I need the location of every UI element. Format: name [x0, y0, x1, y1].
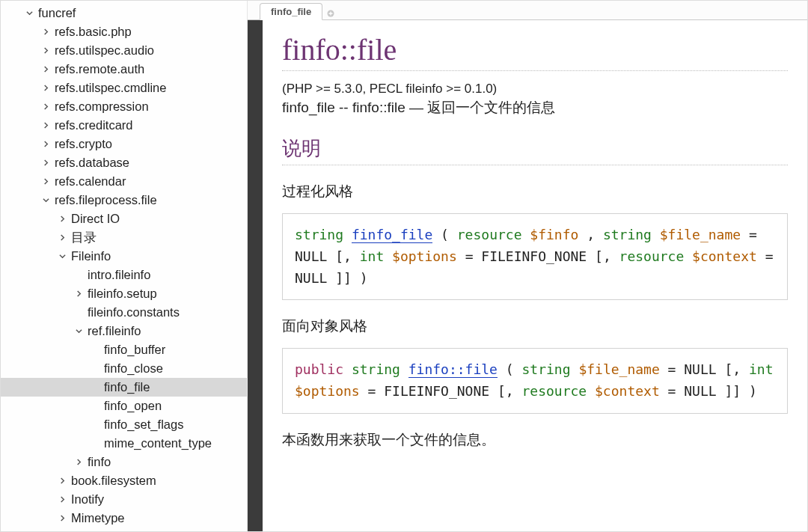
document-view[interactable]: finfo::file (PHP >= 5.3.0, PECL fileinfo…	[263, 20, 807, 531]
param-var: $finfo	[530, 227, 578, 242]
tree-item-label: funcref	[38, 6, 76, 20]
tree-item-refs-calendar[interactable]: refs.calendar	[1, 172, 247, 191]
param-var: $options	[295, 383, 360, 399]
chevron-right-icon[interactable]	[41, 140, 50, 149]
tree-item-refs-basic-php[interactable]: refs.basic.php	[1, 22, 247, 41]
nav-tree: funcrefrefs.basic.phprefs.utilspec.audio…	[1, 4, 247, 528]
chevron-right-icon[interactable]	[74, 290, 83, 299]
param-type: resource	[619, 248, 685, 264]
tree-item-ref-fileinfo[interactable]: ref.fileinfo	[1, 322, 247, 340]
tree-item-refs-crypto[interactable]: refs.crypto	[1, 135, 247, 153]
tree-item-label: refs.remote.auth	[55, 62, 144, 76]
tree-item-finfo-set-flags[interactable]: finfo_set_flags	[1, 415, 247, 434]
chevron-down-icon[interactable]	[25, 9, 34, 18]
param-default: FILEINFO_NONE	[384, 383, 489, 399]
tab-label: finfo_file	[271, 6, 311, 17]
method-name[interactable]: finfo::file	[408, 361, 498, 378]
chevron-right-icon[interactable]	[41, 103, 50, 111]
chevron-right-icon[interactable]	[58, 514, 67, 523]
tree-item-label: finfo_open	[104, 399, 162, 413]
chevron-down-icon[interactable]	[41, 196, 50, 205]
tree-item-refs-compression[interactable]: refs.compression	[1, 97, 247, 116]
procedural-signature: string finfo_file ( resource $finfo , st…	[282, 213, 788, 300]
tree-item-label: refs.fileprocess.file	[55, 193, 157, 207]
gutter-stripe	[248, 20, 263, 531]
param-type: string	[603, 227, 652, 242]
chevron-right-icon[interactable]	[58, 233, 67, 242]
chevron-right-icon[interactable]	[41, 121, 50, 130]
param-default: NULL	[684, 383, 716, 399]
param-default: NULL	[295, 270, 327, 286]
tree-item-direct-io[interactable]: Direct IO	[1, 210, 247, 228]
chevron-right-icon[interactable]	[41, 46, 50, 55]
tree-item-finfo-buffer[interactable]: finfo_buffer	[1, 340, 247, 359]
tree-item-refs-remote-auth[interactable]: refs.remote.auth	[1, 60, 247, 79]
chevron-down-icon[interactable]	[74, 327, 83, 336]
tree-item-book-filesystem[interactable]: book.filesystem	[1, 471, 247, 490]
tab-bar: finfo_file	[248, 1, 807, 20]
chevron-right-icon[interactable]	[41, 177, 50, 186]
param-type: string	[522, 361, 571, 377]
return-type: string	[352, 361, 400, 377]
chevron-down-icon[interactable]	[58, 252, 67, 261]
chevron-right-icon[interactable]	[58, 495, 67, 504]
tree-item--[interactable]: 目录	[1, 228, 247, 247]
param-var: $file_name	[578, 361, 659, 377]
chevron-right-icon[interactable]	[41, 65, 50, 74]
tree-item-fileinfo-constants[interactable]: fileinfo.constants	[1, 303, 247, 322]
tree-item-refs-utilspec-cmdline[interactable]: refs.utilspec.cmdline	[1, 79, 247, 97]
tree-item-mimetype[interactable]: Mimetype	[1, 509, 247, 528]
tree-item-label: fileinfo.constants	[88, 305, 180, 319]
tree-item-label: refs.compression	[55, 100, 149, 114]
sidebar[interactable]: funcrefrefs.basic.phprefs.utilspec.audio…	[1, 1, 248, 531]
chevron-right-icon[interactable]	[41, 28, 50, 37]
visibility: public	[295, 361, 343, 377]
chevron-right-icon[interactable]	[41, 84, 50, 93]
chevron-right-icon[interactable]	[58, 215, 67, 224]
tree-item-fileinfo-setup[interactable]: fileinfo.setup	[1, 284, 247, 303]
return-type: string	[295, 227, 343, 242]
version-line: (PHP >= 5.3.0, PECL fileinfo >= 0.1.0)	[282, 82, 788, 97]
tree-item-label: Fileinfo	[71, 249, 111, 263]
tree-item-refs-creditcard[interactable]: refs.creditcard	[1, 116, 247, 135]
chevron-right-icon[interactable]	[58, 477, 67, 486]
chevron-right-icon[interactable]	[74, 458, 83, 467]
tree-item-refs-utilspec-audio[interactable]: refs.utilspec.audio	[1, 41, 247, 60]
tab-finfo-file[interactable]: finfo_file	[260, 3, 322, 20]
param-var: $context	[692, 248, 757, 264]
tree-item-label: intro.fileinfo	[88, 268, 150, 282]
tree-item-label: finfo	[88, 455, 111, 469]
add-tab-icon[interactable]	[327, 7, 334, 19]
tree-item-inotify[interactable]: Inotify	[1, 490, 247, 509]
app-root: funcrefrefs.basic.phprefs.utilspec.audio…	[0, 0, 808, 532]
param-type: resource	[521, 383, 587, 399]
tree-item-refs-fileprocess-file[interactable]: refs.fileprocess.file	[1, 191, 247, 210]
tree-item-label: book.filesystem	[71, 474, 156, 488]
param-var: $context	[595, 383, 660, 399]
tree-item-fileinfo[interactable]: Fileinfo	[1, 247, 247, 266]
body-row: finfo::file (PHP >= 5.3.0, PECL fileinfo…	[248, 20, 807, 531]
param-type: resource	[457, 227, 522, 242]
description-paragraph: 本函数用来获取一个文件的信息。	[282, 430, 788, 450]
tree-item-finfo-file[interactable]: finfo_file	[1, 378, 247, 397]
tree-item-finfo-close[interactable]: finfo_close	[1, 359, 247, 378]
tree-item-intro-fileinfo[interactable]: intro.fileinfo	[1, 266, 247, 284]
param-default: NULL	[295, 248, 327, 264]
param-var: $file_name	[660, 227, 741, 242]
tree-item-label: fileinfo.setup	[88, 287, 157, 301]
tree-item-funcref[interactable]: funcref	[1, 4, 247, 22]
tree-item-mime-content-type[interactable]: mime_content_type	[1, 434, 247, 453]
tree-item-label: refs.database	[55, 156, 129, 170]
oop-signature: public string finfo::file ( string $file…	[282, 348, 788, 414]
chevron-right-icon[interactable]	[41, 159, 50, 168]
synopsis-line: finfo_file -- finfo::file — 返回一个文件的信息	[282, 98, 788, 117]
tree-item-finfo[interactable]: finfo	[1, 453, 247, 471]
function-name[interactable]: finfo_file	[352, 227, 432, 243]
section-description-heading: 说明	[282, 135, 788, 165]
param-type: int	[360, 248, 385, 264]
tree-item-label: finfo_close	[104, 361, 163, 376]
tree-item-refs-database[interactable]: refs.database	[1, 153, 247, 172]
tree-item-finfo-open[interactable]: finfo_open	[1, 397, 247, 415]
tree-item-label: refs.crypto	[55, 137, 112, 151]
tree-item-label: finfo_set_flags	[104, 418, 183, 432]
